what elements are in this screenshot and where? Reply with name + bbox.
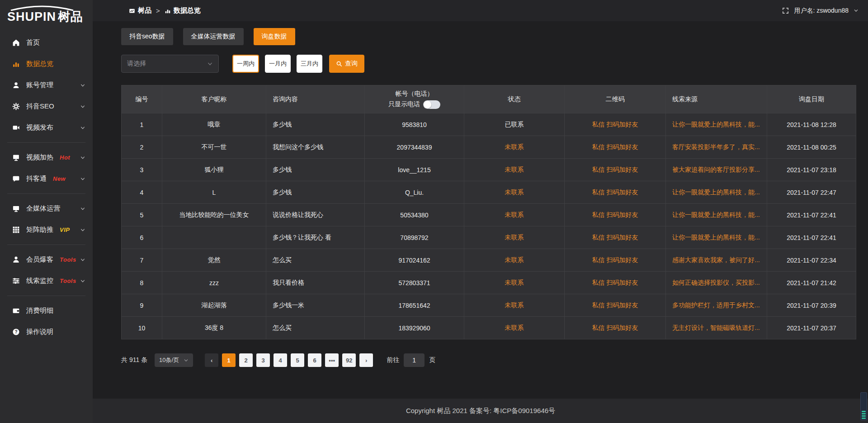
sidebar-item-label: 消费明细 xyxy=(26,306,53,315)
cell-account: 2097344839 xyxy=(365,136,464,159)
chevron-down-icon xyxy=(80,227,85,233)
page-button-4[interactable]: 4 xyxy=(274,353,287,367)
cell-nickname: 当地比较能吃的一位美女 xyxy=(162,204,266,226)
cell-source: 让你一眼就爱上的黑科技，能... xyxy=(666,226,767,249)
qr-link[interactable]: 私信 扫码加好友 xyxy=(592,301,638,309)
chat-icon xyxy=(12,175,20,183)
cell-status: 未联系 xyxy=(464,136,565,159)
qr-link[interactable]: 私信 扫码加好友 xyxy=(592,166,638,173)
period-button-quarter[interactable]: 三月内 xyxy=(297,55,322,73)
table-row: 6 多少钱？让我死心 看 70898792 未联系 私信 扫码加好友 让你一眼就… xyxy=(122,226,856,249)
cell-source: 客厅安装投影半年多了，真实... xyxy=(666,136,767,159)
source-link[interactable]: 被大家追着问的客厅投影分享... xyxy=(672,166,760,173)
source-link[interactable]: 让你一眼就爱上的黑科技，能... xyxy=(672,121,760,128)
page-size-select[interactable]: 10条/页 xyxy=(155,353,193,367)
phone-only-label: 只显示电话 xyxy=(388,100,420,108)
source-link[interactable]: 让你一眼就爱上的黑科技，能... xyxy=(672,188,760,196)
page-button-6[interactable]: 6 xyxy=(308,353,321,367)
filter-select[interactable]: 请选择 xyxy=(121,55,219,73)
sidebar-item-omni-media-operation[interactable]: 全媒体运营 xyxy=(0,198,93,219)
phone-only-toggle[interactable] xyxy=(423,100,440,109)
source-link[interactable]: 多功能护栏灯，适用于乡村文... xyxy=(672,301,760,309)
prev-page-button[interactable]: ‹ xyxy=(205,353,218,367)
page-button-5[interactable]: 5 xyxy=(291,353,304,367)
breadcrumb-separator: > xyxy=(156,7,160,14)
cell-account: 917024162 xyxy=(365,249,464,272)
sidebar-item-clue-monitor[interactable]: 线索监控 Tools xyxy=(0,270,93,291)
qr-link[interactable]: 私信 扫码加好友 xyxy=(592,324,638,331)
sidebar-item-account-management[interactable]: 账号管理 xyxy=(0,75,93,96)
qr-link[interactable]: 私信 扫码加好友 xyxy=(592,234,638,241)
cell-no: 3 xyxy=(122,159,162,181)
tab-omni-media-data[interactable]: 全媒体运营数据 xyxy=(183,28,244,45)
cell-content: 我想问这个多少钱 xyxy=(266,136,365,159)
cell-content: 多少钱 xyxy=(266,113,365,136)
cell-content: 多少钱 xyxy=(266,181,365,204)
source-link[interactable]: 如何正确选择投影仪，买投影... xyxy=(672,279,760,286)
cell-nickname: 狐小狸 xyxy=(162,159,266,181)
period-button-week[interactable]: 一周内 xyxy=(232,55,259,73)
corner-widget[interactable] xyxy=(860,392,867,420)
cell-status: 未联系 xyxy=(464,204,565,226)
breadcrumb-app-icon xyxy=(129,8,135,14)
cell-nickname: 哦章 xyxy=(162,113,266,136)
goto-page-input[interactable] xyxy=(404,353,425,367)
cell-status: 未联系 xyxy=(464,249,565,272)
qr-link[interactable]: 私信 扫码加好友 xyxy=(592,188,638,196)
sidebar-item-video-publish[interactable]: 视频发布 xyxy=(0,117,93,138)
more-pages-button[interactable]: ••• xyxy=(325,353,339,367)
page-button-92[interactable]: 92 xyxy=(342,353,356,367)
cell-account: 9583810 xyxy=(365,113,464,136)
table-row: 10 36度 8 怎么买 183929060 未联系 私信 扫码加好友 无主灯设… xyxy=(122,317,856,339)
header-account-label: 帐号（电话） xyxy=(396,90,434,98)
source-link[interactable]: 让你一眼就爱上的黑科技，能... xyxy=(672,234,760,241)
breadcrumb-root[interactable]: 树品 xyxy=(138,6,151,15)
cell-qr: 私信 扫码加好友 xyxy=(565,204,666,226)
period-button-month[interactable]: 一月内 xyxy=(265,55,291,73)
cell-no: 1 xyxy=(122,113,162,136)
username-label[interactable]: 用户名: zswodun88 xyxy=(794,7,849,15)
page-button-3[interactable]: 3 xyxy=(256,353,270,367)
fullscreen-icon[interactable] xyxy=(782,7,789,14)
sidebar-item-operation-guide[interactable]: 操作说明 xyxy=(0,321,93,343)
tab-inquiry-data[interactable]: 询盘数据 xyxy=(254,28,295,45)
cell-account: 50534380 xyxy=(365,204,464,226)
next-page-button[interactable]: › xyxy=(359,353,373,367)
question-icon xyxy=(12,328,20,336)
sidebar-item-matrix-boost[interactable]: 矩阵助推 VIP xyxy=(0,219,93,240)
cell-nickname xyxy=(162,226,266,249)
user-caret-down-icon[interactable] xyxy=(854,8,859,13)
sidebar-item-douketong[interactable]: 抖客通 New xyxy=(0,168,93,189)
qr-link[interactable]: 私信 扫码加好友 xyxy=(592,121,638,128)
source-link[interactable]: 客厅安装投影半年多了，真实... xyxy=(672,143,760,150)
home-icon xyxy=(12,39,20,47)
header-content: 咨询内容 xyxy=(266,85,365,113)
filter-select-placeholder: 请选择 xyxy=(127,60,146,68)
cell-nickname: 36度 8 xyxy=(162,317,266,339)
sidebar-item-douyin-seo[interactable]: 抖音SEO xyxy=(0,96,93,117)
header-qr: 二维码 xyxy=(565,85,666,113)
page-button-1[interactable]: 1 xyxy=(222,353,236,367)
sidebar-item-video-heating[interactable]: 视频加热 Hot xyxy=(0,147,93,168)
qr-link[interactable]: 私信 扫码加好友 xyxy=(592,279,638,286)
tab-douyin-seo-data[interactable]: 抖音seo数据 xyxy=(121,28,173,45)
qr-link[interactable]: 私信 扫码加好友 xyxy=(592,256,638,263)
source-link[interactable]: 让你一眼就爱上的黑科技，能... xyxy=(672,211,760,218)
search-button[interactable]: 查询 xyxy=(329,55,364,73)
sidebar-item-data-overview[interactable]: 数据总览 xyxy=(0,53,93,75)
gear-icon xyxy=(12,103,20,110)
cell-nickname: 觉然 xyxy=(162,249,266,272)
monitor-icon xyxy=(12,205,20,212)
page-button-2[interactable]: 2 xyxy=(239,353,253,367)
cell-qr: 私信 扫码加好友 xyxy=(565,113,666,136)
source-link[interactable]: 无主灯设计，智能磁吸轨道灯... xyxy=(672,324,760,331)
source-link[interactable]: 感谢大家喜欢我家，被问了好... xyxy=(672,256,760,263)
sidebar-item-home[interactable]: 首页 xyxy=(0,32,93,53)
qr-link[interactable]: 私信 扫码加好友 xyxy=(592,143,638,150)
sidebar-item-member-baoke[interactable]: 会员爆客 Tools xyxy=(0,249,93,270)
sidebar-item-consumption-detail[interactable]: 消费明细 xyxy=(0,300,93,321)
table-row: 9 湖起湖落 多少钱一米 178651642 未联系 私信 扫码加好友 多功能护… xyxy=(122,294,856,317)
sidebar-divider xyxy=(7,142,85,143)
total-count: 共 911 条 xyxy=(121,356,147,364)
qr-link[interactable]: 私信 扫码加好友 xyxy=(592,211,638,218)
